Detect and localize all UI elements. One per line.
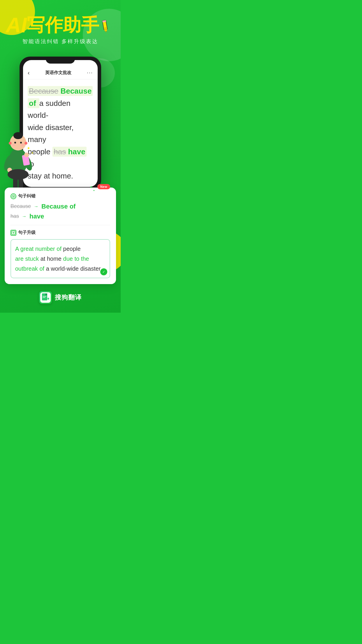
correction-card: New ✦ ✦ 句子纠错 Because → Because of has → … [5,188,116,284]
phone-notch [46,57,75,64]
upgrade-section-label: 句子升级 [18,230,36,235]
old-has: has [10,213,19,219]
upgrade-part1: A great number of [15,246,63,252]
svg-point-11 [14,142,16,144]
upgrade-part2: people [63,246,81,252]
original-because: Because [29,87,58,95]
pencil-icon [100,17,116,33]
correction-row-1: Because → Because of [10,203,110,210]
app-icon [39,291,52,304]
svg-point-19 [24,153,29,157]
upgrade-part3: are stuck [15,256,41,262]
upgrade-part4: at home [41,256,63,262]
arrow-icon-1: → [34,204,38,209]
svg-point-12 [20,142,22,144]
correction-row-2: has → have [10,213,110,220]
page-container: AI 写作助手 智能语法纠错 多样升级表达 ‹ 英语作文批改 [0,0,121,313]
old-because: Because [10,203,31,209]
checkmark-icon: ✓ [100,268,107,275]
divider [10,225,110,225]
corrected-because: Because [60,87,92,95]
svg-point-20 [8,169,29,180]
svg-point-14 [21,144,24,146]
svg-text:✦: ✦ [31,151,34,155]
svg-point-9 [9,142,12,145]
new-badge: New [97,184,110,189]
svg-point-7 [13,132,23,139]
phone-area: ‹ 英语作文批改 ··· Because Because of [14,57,107,190]
svg-rect-3 [104,27,107,30]
app-name-label: 搜狗翻译 [55,293,82,302]
svg-rect-21 [13,177,18,189]
upgrade-text-box: A great number of people are stuck at ho… [10,239,110,278]
svg-point-10 [24,142,27,145]
svg-point-30 [13,196,14,197]
nav-back-button[interactable]: ‹ [28,69,30,76]
new-because-of: Because of [41,203,75,210]
sparkle-star-1: ✦ [90,185,93,189]
new-have: have [29,213,44,220]
nav-title: 英语作文批改 [45,70,71,76]
svg-point-13 [12,144,15,146]
corrected-of: of [29,99,36,108]
title-writing: 写作助手 [27,16,99,34]
sparkle-star-2: ✦ [93,189,95,192]
big-title-row: AI 写作助手 [6,15,115,36]
corrected-have: have [68,147,85,156]
correction-section-icon [10,193,16,199]
correction-section-title: 句子纠错 [10,193,110,199]
upgrade-section-icon [10,230,16,236]
subtitle: 智能语法纠错 多样升级表达 [22,38,98,45]
nav-more-button[interactable]: ··· [87,70,93,76]
upgrade-section-title: 句子升级 [10,230,110,236]
correction-section-label: 句子纠错 [18,193,36,199]
svg-rect-22 [18,177,23,189]
original-has: has [54,147,66,156]
upgrade-part6: a world-wide disaster. [46,265,102,272]
header-section: AI 写作助手 智能语法纠错 多样升级表达 [0,0,121,51]
title-container: AI 写作助手 [6,15,115,36]
footer-section: 搜狗翻译 [0,284,121,313]
girl-illustration: ✦ ✦ [0,120,40,196]
svg-text:✦: ✦ [27,146,30,150]
svg-marker-1 [104,29,108,33]
arrow-icon-2: → [22,214,27,219]
title-ai: AI [6,15,27,36]
